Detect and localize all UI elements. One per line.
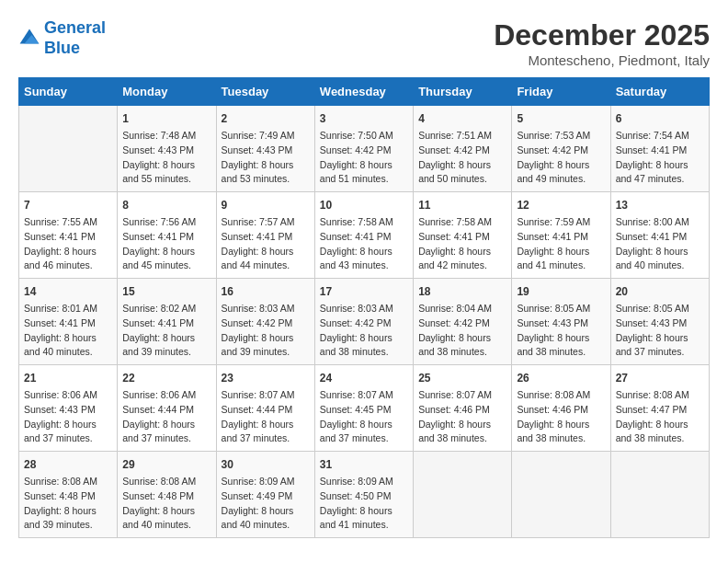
calendar-week-row: 14Sunrise: 8:01 AMSunset: 4:41 PMDayligh… (19, 279, 710, 365)
cell-content-line: Daylight: 8 hours (222, 504, 310, 519)
cell-content-line: and 47 minutes. (616, 172, 704, 187)
calendar-week-row: 1Sunrise: 7:48 AMSunset: 4:43 PMDaylight… (19, 106, 710, 192)
cell-content-line: and 46 minutes. (24, 259, 112, 273)
day-number: 28 (24, 456, 112, 473)
day-number: 22 (122, 370, 210, 386)
cell-content-line: and 43 minutes. (320, 259, 408, 273)
day-number: 23 (222, 370, 310, 386)
cell-content-line: Sunset: 4:41 PM (24, 230, 112, 245)
cell-content-line: Sunrise: 7:48 AM (122, 129, 210, 144)
cell-content-line: Daylight: 8 hours (418, 331, 506, 346)
cell-content-line: and 49 minutes. (517, 172, 605, 187)
day-number: 2 (222, 110, 310, 127)
cell-content-line: Sunrise: 8:08 AM (616, 388, 704, 403)
cell-content-line: Sunset: 4:44 PM (122, 403, 210, 418)
day-number: 3 (320, 110, 408, 127)
day-number: 25 (418, 370, 506, 386)
calendar-week-row: 21Sunrise: 8:06 AMSunset: 4:43 PMDayligh… (19, 365, 710, 452)
cell-content-line: and 37 minutes. (616, 345, 704, 360)
logo: General Blue (18, 18, 106, 58)
cell-content-line: Sunset: 4:41 PM (24, 316, 112, 331)
cell-content-line: Sunset: 4:43 PM (24, 403, 112, 418)
cell-content-line: and 37 minutes. (320, 431, 408, 446)
calendar-cell: 4Sunrise: 7:51 AMSunset: 4:42 PMDaylight… (414, 106, 512, 192)
cell-content-line: Sunrise: 7:53 AM (517, 129, 605, 144)
day-number: 29 (122, 456, 210, 473)
day-number: 30 (222, 456, 310, 473)
day-number: 5 (517, 110, 605, 127)
calendar-body: 1Sunrise: 7:48 AMSunset: 4:43 PMDaylight… (19, 106, 710, 538)
cell-content-line: Sunrise: 8:04 AM (418, 302, 506, 316)
cell-content-line: Sunrise: 8:06 AM (122, 388, 210, 403)
cell-content-line: Daylight: 8 hours (616, 418, 704, 432)
calendar-cell: 15Sunrise: 8:02 AMSunset: 4:41 PMDayligh… (118, 279, 216, 365)
calendar-cell: 31Sunrise: 8:09 AMSunset: 4:50 PMDayligh… (314, 452, 413, 538)
cell-content-line: Sunrise: 8:08 AM (24, 475, 112, 489)
day-number: 17 (320, 283, 408, 300)
cell-content-line: Sunrise: 7:57 AM (222, 215, 310, 230)
cell-content-line: Daylight: 8 hours (222, 158, 310, 173)
cell-content-line: and 40 minutes. (122, 518, 210, 533)
cell-content-line: Daylight: 8 hours (24, 245, 112, 259)
day-number: 10 (320, 197, 408, 213)
title-block: December 2025 Montescheno, Piedmont, Ita… (494, 18, 710, 68)
cell-content-line: Sunrise: 8:09 AM (320, 475, 408, 489)
location-subtitle: Montescheno, Piedmont, Italy (494, 52, 710, 68)
cell-content-line: Sunset: 4:42 PM (320, 316, 408, 331)
cell-content-line: Daylight: 8 hours (418, 418, 506, 432)
calendar-cell: 16Sunrise: 8:03 AMSunset: 4:42 PMDayligh… (216, 279, 314, 365)
calendar-cell: 13Sunrise: 8:00 AMSunset: 4:41 PMDayligh… (610, 192, 709, 279)
cell-content-line: Sunset: 4:49 PM (222, 489, 310, 504)
cell-content-line: and 40 minutes. (616, 259, 704, 273)
cell-content-line: Daylight: 8 hours (418, 245, 506, 259)
cell-content-line: Sunrise: 7:58 AM (418, 215, 506, 230)
day-number: 11 (418, 197, 506, 213)
cell-content-line: Sunset: 4:41 PM (616, 230, 704, 245)
cell-content-line: Sunrise: 8:01 AM (24, 302, 112, 316)
cell-content-line: Sunrise: 8:07 AM (418, 388, 506, 403)
cell-content-line: Sunset: 4:43 PM (616, 316, 704, 331)
cell-content-line: and 38 minutes. (616, 431, 704, 446)
cell-content-line: Daylight: 8 hours (517, 158, 605, 173)
cell-content-line: Sunset: 4:42 PM (222, 316, 310, 331)
cell-content-line: Sunset: 4:41 PM (122, 316, 210, 331)
cell-content-line: Sunrise: 8:06 AM (24, 388, 112, 403)
cell-content-line: Sunset: 4:50 PM (320, 489, 408, 504)
day-number: 21 (24, 370, 112, 386)
calendar-cell: 1Sunrise: 7:48 AMSunset: 4:43 PMDaylight… (118, 106, 216, 192)
cell-content-line: Daylight: 8 hours (122, 504, 210, 519)
cell-content-line: Daylight: 8 hours (122, 331, 210, 346)
cell-content-line: and 51 minutes. (320, 172, 408, 187)
page-header: General Blue December 2025 Montescheno, … (18, 18, 710, 68)
cell-content-line: Sunset: 4:46 PM (517, 403, 605, 418)
day-number: 13 (616, 197, 704, 213)
calendar-week-row: 7Sunrise: 7:55 AMSunset: 4:41 PMDaylight… (19, 192, 710, 279)
day-number: 7 (24, 197, 112, 213)
cell-content-line: Sunrise: 8:05 AM (616, 302, 704, 316)
day-number: 31 (320, 456, 408, 473)
cell-content-line: Sunset: 4:42 PM (418, 316, 506, 331)
cell-content-line: Daylight: 8 hours (616, 158, 704, 173)
cell-content-line: Sunset: 4:43 PM (122, 144, 210, 158)
cell-content-line: Daylight: 8 hours (616, 331, 704, 346)
calendar-cell: 25Sunrise: 8:07 AMSunset: 4:46 PMDayligh… (414, 365, 512, 452)
cell-content-line: Sunrise: 8:09 AM (222, 475, 310, 489)
cell-content-line: Sunrise: 7:50 AM (320, 129, 408, 144)
weekday-header-cell: Saturday (610, 78, 709, 106)
cell-content-line: and 40 minutes. (222, 518, 310, 533)
cell-content-line: and 38 minutes. (418, 345, 506, 360)
cell-content-line: Sunrise: 8:02 AM (122, 302, 210, 316)
cell-content-line: Sunset: 4:48 PM (122, 489, 210, 504)
cell-content-line: and 41 minutes. (320, 518, 408, 533)
calendar-cell: 14Sunrise: 8:01 AMSunset: 4:41 PMDayligh… (19, 279, 118, 365)
cell-content-line: Daylight: 8 hours (222, 418, 310, 432)
month-title: December 2025 (494, 18, 710, 52)
calendar-cell: 5Sunrise: 7:53 AMSunset: 4:42 PMDaylight… (512, 106, 610, 192)
cell-content-line: and 55 minutes. (122, 172, 210, 187)
day-number: 24 (320, 370, 408, 386)
cell-content-line: Sunset: 4:45 PM (320, 403, 408, 418)
cell-content-line: and 38 minutes. (517, 431, 605, 446)
cell-content-line: Sunset: 4:42 PM (418, 144, 506, 158)
cell-content-line: Sunset: 4:46 PM (418, 403, 506, 418)
calendar-week-row: 28Sunrise: 8:08 AMSunset: 4:48 PMDayligh… (19, 452, 710, 538)
